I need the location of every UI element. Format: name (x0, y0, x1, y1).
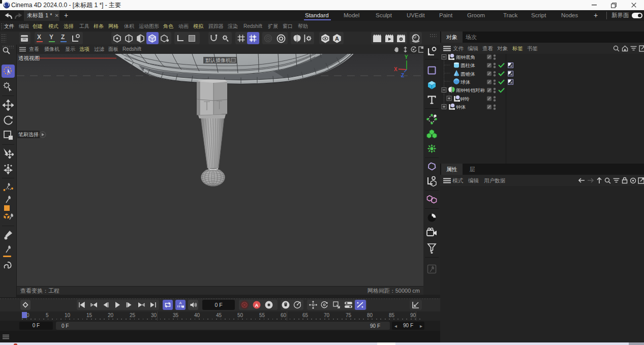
svg-text:透视视图: 透视视图 (18, 55, 40, 61)
svg-text:Z: Z (401, 73, 404, 78)
svg-text:A: A (255, 302, 259, 308)
svg-text:A: A (335, 36, 339, 42)
svg-text:笔刷选择: 笔刷选择 (18, 132, 39, 137)
svg-text:默认摄像机: 默认摄像机 (205, 57, 231, 63)
svg-text:X: X (394, 67, 397, 72)
svg-text:Y: Y (405, 54, 408, 60)
svg-text:A: A (179, 301, 181, 305)
